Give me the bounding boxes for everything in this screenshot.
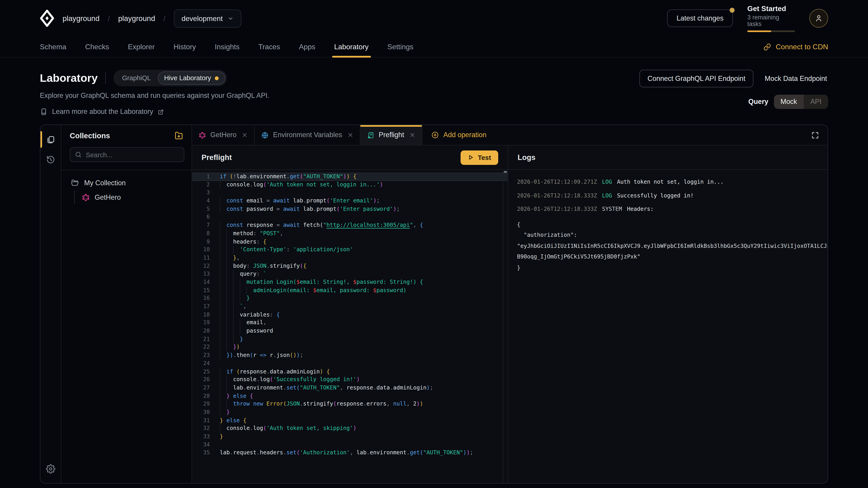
line-number: 35 [192, 449, 217, 457]
nav-item-apps[interactable]: Apps [299, 37, 315, 57]
fullscreen-button[interactable] [803, 125, 828, 145]
rail-item-history[interactable] [40, 149, 61, 169]
code-line[interactable]: 32 console.log('Auth token set, skipping… [192, 424, 508, 433]
code-line[interactable]: 10 'Content-Type': 'application/json' [192, 246, 508, 254]
code-line[interactable]: 14 mutation Login($email: String!, $pass… [192, 278, 508, 287]
nav-item-settings[interactable]: Settings [388, 37, 413, 57]
code-line-content: console.log('Auth token set, skipping') [220, 424, 356, 433]
tab-preflight[interactable]: Preflight [361, 125, 423, 145]
query-mode-toggle: Mock API [774, 95, 828, 109]
code-line[interactable]: 16 } [192, 295, 508, 303]
line-number: 27 [192, 384, 217, 392]
nav-item-history[interactable]: History [174, 37, 196, 57]
add-operation-button[interactable]: Add operation [422, 125, 495, 145]
code-line[interactable]: 5 const password = await lab.prompt('Ent… [192, 205, 508, 213]
code-line[interactable]: 7 const response = await fetch("http://l… [192, 221, 508, 230]
header-actions: Latest changes Get Started 3 remaining t… [667, 4, 828, 32]
rail-item-settings[interactable] [40, 459, 61, 479]
code-line-content: body: JSON.stringify({ [220, 262, 307, 270]
editor-logs-split: Preflight Test 1if (!lab.environment.get… [192, 145, 828, 483]
code-line[interactable]: 9 headers: { [192, 238, 508, 246]
rail-item-collections[interactable] [40, 129, 61, 149]
code-line[interactable]: 25 if (response.data.adminLogin) { [192, 367, 508, 376]
log-timestamp: 2026-01-26T12:12:18.333Z [517, 192, 597, 199]
code-line[interactable]: 1if (!lab.environment.get("AUTH_TOKEN"))… [192, 173, 508, 181]
code-line[interactable]: 30 } [192, 408, 508, 416]
code-line[interactable]: 18 variables: { [192, 311, 508, 319]
page-header-left: Laboratory GraphiQL Hive Laboratory Expl… [40, 70, 269, 116]
code-line[interactable]: 29 throw new Error(JSON.stringify(respon… [192, 400, 508, 408]
endpoint-buttons: Connect GraphQL API Endpoint Mock Data E… [639, 70, 828, 88]
nav-item-checks[interactable]: Checks [85, 37, 109, 57]
code-line[interactable]: 11 }, [192, 254, 508, 262]
mode-option-hive-laboratory[interactable]: Hive Laboratory [158, 71, 225, 85]
graphql-icon [199, 131, 206, 139]
nav-item-traces[interactable]: Traces [258, 37, 280, 57]
test-button[interactable]: Test [461, 150, 498, 165]
breadcrumb-project[interactable]: playground [118, 14, 155, 22]
code-line[interactable]: 8 method: "POST", [192, 230, 508, 238]
nav-item-laboratory[interactable]: Laboratory [334, 37, 368, 57]
close-icon[interactable] [348, 132, 353, 138]
code-line[interactable]: 33} [192, 433, 508, 441]
line-number: 1 [192, 173, 217, 181]
code-line[interactable]: 34 [192, 441, 508, 449]
code-line-content: } [220, 295, 250, 303]
query-mode-mock[interactable]: Mock [774, 95, 804, 109]
close-icon[interactable] [410, 132, 415, 138]
tab-environment-variables[interactable]: Environment Variables [255, 125, 360, 145]
connect-cdn-link[interactable]: Connect to CDN [764, 37, 828, 57]
mode-toggle: GraphiQL Hive Laboratory [114, 70, 227, 86]
code-line[interactable]: 13 query: ` [192, 270, 508, 278]
log-entry: 2026-01-26T12:12:09.271ZLOGAuth token no… [517, 178, 828, 186]
code-line[interactable]: 17 `, [192, 303, 508, 311]
get-started-subtitle: 3 remaining tasks [747, 14, 795, 27]
book-icon [40, 108, 48, 116]
code-line[interactable]: 19 email, [192, 319, 508, 327]
code-line[interactable]: 26 console.log('Successfully logged in!'… [192, 376, 508, 384]
logs-panel: Logs 2026-01-26T12:12:09.271ZLOGAuth tok… [508, 145, 828, 483]
query-mode-api[interactable]: API [804, 95, 828, 109]
code-editor[interactable]: 1if (!lab.environment.get("AUTH_TOKEN"))… [192, 170, 508, 483]
nav-item-schema[interactable]: Schema [40, 37, 66, 57]
breadcrumb-org[interactable]: playground [63, 14, 100, 22]
code-line[interactable]: 20 password [192, 327, 508, 335]
operation-row-gethero[interactable]: GetHero [82, 190, 187, 204]
globe-icon [261, 131, 269, 139]
log-timestamp: 2026-01-26T12:12:18.333Z [517, 205, 597, 213]
search-input[interactable] [70, 147, 184, 162]
code-line[interactable]: 4 const email = await lab.prompt('Enter … [192, 197, 508, 205]
avatar[interactable] [809, 9, 828, 28]
close-icon[interactable] [242, 132, 248, 138]
code-line[interactable]: 27 lab.environment.set("AUTH_TOKEN", res… [192, 384, 508, 392]
code-line[interactable]: 15 adminLogin(email: $email, password: $… [192, 287, 508, 295]
get-started-widget[interactable]: Get Started 3 remaining tasks [747, 4, 795, 32]
code-line-content: password [220, 327, 273, 335]
code-line[interactable]: 23 }).then(r => r.json()); [192, 351, 508, 359]
code-line[interactable]: 35lab.request.headers.set('Authorization… [192, 449, 508, 457]
code-line[interactable]: 31} else { [192, 416, 508, 424]
code-line-content: console.log('Auth token not set, loggin … [220, 181, 383, 189]
add-collection-button[interactable] [174, 130, 184, 141]
folder-open-icon [71, 179, 79, 187]
nav-item-insights[interactable]: Insights [215, 37, 240, 57]
learn-more-link[interactable]: Learn more about the Laboratory [40, 108, 269, 116]
code-line[interactable]: 21 } [192, 335, 508, 343]
mock-data-endpoint-button[interactable]: Mock Data Endpoint [764, 70, 828, 87]
hive-logo-icon[interactable] [40, 9, 54, 27]
mode-option-graphiql[interactable]: GraphiQL [116, 71, 158, 85]
connect-graphql-endpoint-button[interactable]: Connect GraphQL API Endpoint [639, 70, 754, 88]
tab-gethero[interactable]: GetHero [192, 125, 255, 145]
code-line[interactable]: 12 body: JSON.stringify({ [192, 262, 508, 270]
code-line[interactable]: 6 [192, 213, 508, 221]
code-line[interactable]: 22 }) [192, 343, 508, 351]
nav-item-explorer[interactable]: Explorer [128, 37, 155, 57]
code-line-content: `, [220, 303, 246, 311]
code-line[interactable]: 2 console.log('Auth token not set, loggi… [192, 181, 508, 189]
code-line[interactable]: 24 [192, 359, 508, 367]
target-select[interactable]: development [174, 9, 242, 27]
latest-changes-button[interactable]: Latest changes [667, 9, 733, 27]
code-line[interactable]: 28 } else { [192, 392, 508, 400]
code-line[interactable]: 3 [192, 189, 508, 197]
collection-folder-row[interactable]: My Collection [71, 176, 187, 190]
